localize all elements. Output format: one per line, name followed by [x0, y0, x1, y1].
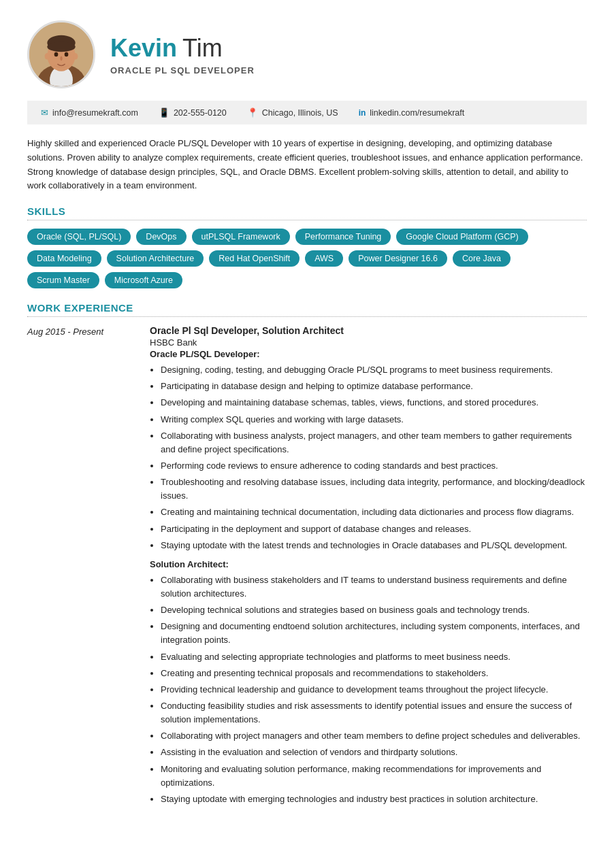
job-entry: Aug 2015 - PresentOracle Pl Sql Develope…	[27, 325, 587, 813]
skill-tag: Red Hat OpenShift	[209, 250, 300, 267]
job-bullets-list: Designing, coding, testing, and debuggin…	[161, 363, 587, 552]
job-bullet-item: Collaborating with business analysts, pr…	[161, 429, 587, 456]
job-bullet-item: Assisting in the evaluation and selectio…	[161, 746, 587, 759]
skill-tag: Google Cloud Platform (GCP)	[396, 229, 528, 245]
job-date: Aug 2015 - Present	[27, 325, 136, 813]
avatar	[27, 20, 95, 88]
last-name: Tim	[182, 34, 223, 63]
skill-tag: Solution Architecture	[107, 250, 204, 267]
job-bullet-item: Collaborating with business stakeholders…	[161, 573, 587, 601]
job-bullet-item: Creating and presenting technical propos…	[161, 667, 587, 680]
location-icon: 📍	[247, 107, 258, 118]
job-title-header: ORACLE PL SQL DEVELOPER	[110, 65, 587, 76]
job-bullet-item: Designing, coding, testing, and debuggin…	[161, 363, 587, 377]
job-bullet-item: Providing technical leadership and guida…	[161, 683, 587, 697]
name-line: Kevin Tim	[110, 34, 587, 63]
job-bullet-item: Monitoring and evaluating solution perfo…	[161, 763, 587, 790]
email-text: info@resumekraft.com	[52, 108, 138, 118]
svg-point-9	[45, 53, 50, 59]
svg-point-8	[65, 52, 69, 57]
skill-tag: Performance Tuning	[295, 229, 391, 245]
work-section-header: WORK EXPERIENCE	[27, 302, 587, 317]
job-bullet-item: Evaluating and selecting appropriate tec…	[161, 650, 587, 664]
job-bullet-item: Writing complex SQL queries and working …	[161, 413, 587, 427]
location-text: Chicago, Illinois, US	[262, 108, 338, 118]
linkedin-icon: in	[359, 108, 366, 118]
job-bullet-item: Participating in database design and hel…	[161, 380, 587, 393]
job-bullet-item: Staying uptodate with the latest trends …	[161, 539, 587, 552]
job-bullets-list2: Collaborating with business stakeholders…	[161, 573, 587, 806]
job-subtitle2: Solution Architect:	[150, 559, 587, 569]
job-company: HSBC Bank	[150, 337, 587, 348]
job-bullet-item: Developing technical solutions and strat…	[161, 603, 587, 617]
email-icon: ✉	[41, 107, 48, 118]
job-title: Oracle Pl Sql Developer, Solution Archit…	[150, 325, 587, 336]
job-bullet-item: Creating and maintaining technical docum…	[161, 505, 587, 519]
contact-linkedin: in linkedin.com/resumekraft	[359, 108, 465, 118]
svg-point-7	[54, 52, 59, 57]
contact-phone: 📱 202-555-0120	[159, 107, 227, 118]
skill-tag: utPLSQL Framework	[192, 229, 290, 245]
job-details: Oracle Pl Sql Developer, Solution Archit…	[150, 325, 587, 813]
svg-point-6	[47, 41, 75, 52]
skill-tag: Microsoft Azure	[105, 272, 182, 288]
skill-tag: Data Modeling	[27, 250, 101, 267]
skill-tag: Power Designer 16.6	[349, 250, 447, 267]
linkedin-text: linkedin.com/resumekraft	[370, 108, 464, 118]
svg-point-10	[73, 53, 78, 59]
phone-text: 202-555-0120	[174, 108, 227, 118]
phone-icon: 📱	[159, 107, 169, 118]
job-bullet-item: Performing code reviews to ensure adhere…	[161, 459, 587, 473]
header: Kevin Tim ORACLE PL SQL DEVELOPER	[27, 20, 587, 88]
resume-container: Kevin Tim ORACLE PL SQL DEVELOPER ✉ info…	[0, 0, 614, 854]
job-bullet-item: Conducting feasibility studies and risk …	[161, 699, 587, 727]
skills-section: SKILLS Oracle (SQL, PL/SQL)DevOpsutPLSQL…	[27, 205, 587, 288]
contact-email: ✉ info@resumekraft.com	[41, 107, 138, 118]
job-subtitle: Oracle PL/SQL Developer:	[150, 349, 587, 359]
job-bullet-item: Collaborating with project managers and …	[161, 729, 587, 743]
job-bullet-item: Participating in the deployment and supp…	[161, 522, 587, 536]
contact-location: 📍 Chicago, Illinois, US	[247, 107, 338, 118]
skill-tag: AWS	[305, 250, 343, 267]
summary-text: Highly skilled and experienced Oracle PL…	[27, 137, 587, 193]
skill-tag: Core Java	[453, 250, 511, 267]
skills-section-header: SKILLS	[27, 205, 587, 220]
work-experience-section: WORK EXPERIENCE Aug 2015 - PresentOracle…	[27, 302, 587, 813]
skill-tag: DevOps	[136, 229, 186, 245]
skill-tag: Oracle (SQL, PL/SQL)	[27, 229, 131, 245]
job-bullet-item: Troubleshooting and resolving database i…	[161, 475, 587, 503]
first-name: Kevin	[110, 34, 177, 63]
header-info: Kevin Tim ORACLE PL SQL DEVELOPER	[110, 34, 587, 76]
skill-tag: Scrum Master	[27, 272, 99, 288]
contact-bar: ✉ info@resumekraft.com 📱 202-555-0120 📍 …	[27, 101, 587, 124]
job-bullet-item: Staying uptodate with emerging technolog…	[161, 792, 587, 806]
jobs-container: Aug 2015 - PresentOracle Pl Sql Develope…	[27, 325, 587, 813]
job-bullet-item: Designing and documenting endtoend solut…	[161, 620, 587, 647]
skills-tags-container: Oracle (SQL, PL/SQL)DevOpsutPLSQL Framew…	[27, 229, 587, 288]
job-bullet-item: Developing and maintaining database sche…	[161, 396, 587, 410]
